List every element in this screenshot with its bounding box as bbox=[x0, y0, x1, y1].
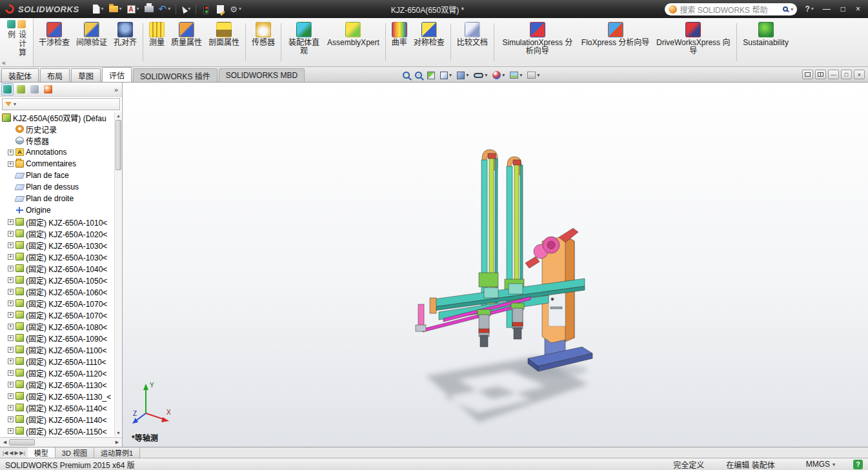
tree-item-component[interactable]: +(固定) KJZ-650A-1050< bbox=[0, 274, 122, 286]
scroll-up-icon[interactable]: ▲ bbox=[116, 112, 121, 119]
quick-tips-help-icon[interactable]: ? bbox=[853, 460, 863, 469]
close-button[interactable]: × bbox=[856, 5, 860, 14]
search-box[interactable]: 搜索 SOLIDWORKS 帮助 ▾ bbox=[665, 3, 797, 15]
tree-item-annotations[interactable]: +Annotations bbox=[0, 146, 122, 158]
ribbon-compare-documents[interactable]: 比较文档 bbox=[454, 20, 490, 49]
viewport-pane-button-2[interactable] bbox=[815, 70, 826, 79]
tab-evaluate[interactable]: 评估 bbox=[102, 67, 132, 82]
ribbon-interference-check[interactable]: 干涉检查 bbox=[36, 20, 72, 49]
ribbon-driveworksxpress[interactable]: DriveWorksXpress 向导 bbox=[653, 20, 733, 57]
options-button[interactable]: ⚙▾ bbox=[228, 2, 243, 16]
ribbon-symmetry-check[interactable]: 对称检查 bbox=[411, 20, 447, 49]
expand-icon[interactable]: + bbox=[8, 416, 14, 422]
document-restore-button[interactable]: □ bbox=[841, 70, 852, 79]
tree-item-component[interactable]: +(固定) KJZ-650A-1150< bbox=[0, 425, 122, 436]
ribbon-floxpress[interactable]: FloXpress 分析向导 bbox=[579, 20, 652, 49]
ribbon-section-properties[interactable]: 剖面属性 bbox=[206, 20, 242, 49]
scroll-left-icon[interactable]: ◀ bbox=[1, 440, 9, 445]
units-selector[interactable]: MMGS ▾ bbox=[806, 460, 835, 469]
tree-item-component[interactable]: +(固定) KJZ-650A-1100< bbox=[0, 344, 122, 355]
expand-icon[interactable]: + bbox=[8, 300, 14, 306]
search-icon[interactable] bbox=[783, 6, 788, 12]
expand-icon[interactable]: + bbox=[8, 254, 14, 260]
tree-item-component[interactable]: +(固定) KJZ-650A-1070< bbox=[0, 309, 122, 320]
expand-icon[interactable]: + bbox=[8, 219, 14, 225]
expand-icon[interactable]: + bbox=[8, 428, 14, 434]
expand-icon[interactable]: + bbox=[8, 347, 14, 353]
display-style-button[interactable]: ▾ bbox=[457, 72, 469, 79]
tree-item-component[interactable]: +(固定) KJZ-650A-1080< bbox=[0, 320, 122, 332]
expand-icon[interactable]: + bbox=[8, 150, 14, 155]
maximize-button[interactable]: □ bbox=[841, 5, 845, 14]
expand-icon[interactable]: + bbox=[8, 266, 14, 271]
expand-icon[interactable]: + bbox=[8, 231, 14, 237]
tree-item-history[interactable]: 历史记录 bbox=[0, 123, 122, 135]
tree-item-component[interactable]: +(固定) KJZ-650A-1120< bbox=[0, 367, 122, 378]
expand-icon[interactable]: + bbox=[8, 335, 14, 341]
tree-item-component[interactable]: +(固定) KJZ-650A-1060< bbox=[0, 286, 122, 297]
tree-item-commentaires[interactable]: +Commentaires bbox=[0, 158, 122, 170]
design-study-panel[interactable]: 设计算例 « bbox=[0, 18, 34, 66]
expand-icon[interactable]: + bbox=[8, 242, 14, 248]
ribbon-assembly-visualization[interactable]: 装配体直观 bbox=[285, 20, 323, 57]
tree-item-plane-right[interactable]: Plan de droite bbox=[0, 193, 122, 204]
document-close-button[interactable]: × bbox=[854, 70, 865, 79]
doc-tab-3d-views[interactable]: 3D 视图 bbox=[56, 447, 94, 458]
zoom-area-button[interactable] bbox=[415, 72, 422, 79]
ribbon-hole-alignment[interactable]: 孔对齐 bbox=[111, 20, 139, 49]
rebuild-button[interactable] bbox=[199, 2, 212, 16]
propertymanager-tab[interactable] bbox=[15, 83, 27, 95]
tree-vertical-scrollbar[interactable]: ▲ ▼ bbox=[114, 112, 122, 436]
ribbon-measure[interactable]: 测量 bbox=[146, 20, 167, 49]
tab-layout[interactable]: 布局 bbox=[40, 68, 70, 82]
ribbon-assemblyxpert[interactable]: AssemblyXpert bbox=[325, 20, 382, 49]
tree-item-component[interactable]: +(固定) KJZ-650A-1020< bbox=[0, 228, 122, 239]
search-caret-icon[interactable]: ▾ bbox=[791, 6, 793, 12]
tree-root-item[interactable]: KJZ-650A(650双臂) (Défau bbox=[0, 112, 122, 123]
zoom-fit-button[interactable] bbox=[403, 72, 410, 79]
configurationmanager-tab[interactable] bbox=[28, 83, 41, 95]
edit-appearance-button[interactable]: ▾ bbox=[492, 71, 505, 79]
ribbon-clearance-verification[interactable]: 间隙验证 bbox=[74, 20, 110, 49]
apply-scene-button[interactable]: ▾ bbox=[510, 72, 522, 79]
tree-item-component[interactable]: +(固定) KJZ-650A-1140< bbox=[0, 413, 122, 425]
spell-check-button[interactable]: A▾ bbox=[125, 2, 141, 16]
undo-button[interactable]: ↶▾ bbox=[157, 2, 173, 16]
new-document-button[interactable]: ▾ bbox=[91, 2, 106, 16]
expand-icon[interactable]: + bbox=[8, 370, 14, 376]
more-tabs-button[interactable]: » bbox=[114, 86, 121, 93]
tree-item-component[interactable]: +(固定) KJZ-650A-1010< bbox=[0, 216, 122, 228]
ribbon-mass-properties[interactable]: 质量属性 bbox=[168, 20, 205, 49]
tree-item-component[interactable]: +(固定) KJZ-650A-1070< bbox=[0, 297, 122, 309]
displaymanager-tab[interactable] bbox=[42, 83, 54, 95]
expand-icon[interactable]: + bbox=[8, 289, 14, 295]
tree-filter-bar[interactable]: ▾ bbox=[2, 98, 120, 110]
ribbon-curvature[interactable]: 曲率 bbox=[389, 20, 410, 49]
tree-item-component[interactable]: +(固定) KJZ-650A-1110< bbox=[0, 355, 122, 367]
tree-item-origin[interactable]: Origine bbox=[0, 204, 122, 216]
tree-item-component[interactable]: +(固定) KJZ-650A-1130_< bbox=[0, 390, 122, 402]
tab-sketch[interactable]: 草图 bbox=[71, 68, 101, 82]
viewport-pane-button-1[interactable] bbox=[802, 70, 813, 79]
tree-horizontal-scrollbar[interactable]: ◀ ▶ bbox=[0, 437, 122, 447]
tree-item-component[interactable]: +(固定) KJZ-650A-1090< bbox=[0, 332, 122, 344]
hide-show-items-button[interactable]: ▾ bbox=[474, 72, 487, 78]
graphics-viewport[interactable]: Y X Z *等轴测 bbox=[123, 83, 868, 447]
doc-tab-motion-study[interactable]: 运动算例1 bbox=[94, 447, 140, 458]
expand-icon[interactable]: + bbox=[8, 405, 14, 411]
expand-icon[interactable]: + bbox=[8, 358, 14, 364]
tab-solidworks-mbd[interactable]: SOLIDWORKS MBD bbox=[219, 68, 305, 82]
ribbon-simulationxpress[interactable]: SimulationXpress 分析向导 bbox=[498, 20, 578, 57]
open-button[interactable]: ▾ bbox=[107, 2, 124, 16]
tree-item-component[interactable]: +(固定) KJZ-650A-1130< bbox=[0, 378, 122, 390]
print-button[interactable] bbox=[143, 2, 156, 16]
featuremanager-tree-tab[interactable] bbox=[1, 83, 14, 95]
expand-icon[interactable]: + bbox=[8, 277, 14, 283]
expand-icon[interactable]: + bbox=[8, 324, 14, 329]
tree-item-component[interactable]: +(固定) KJZ-650A-1140< bbox=[0, 402, 122, 413]
minimize-button[interactable]: — bbox=[823, 5, 831, 14]
collapse-ribbon-button[interactable]: « bbox=[2, 59, 6, 66]
tree-item-component[interactable]: +(固定) KJZ-650A-1030< bbox=[0, 251, 122, 262]
expand-icon[interactable]: + bbox=[8, 393, 14, 399]
scrollbar-thumb[interactable] bbox=[9, 439, 35, 446]
